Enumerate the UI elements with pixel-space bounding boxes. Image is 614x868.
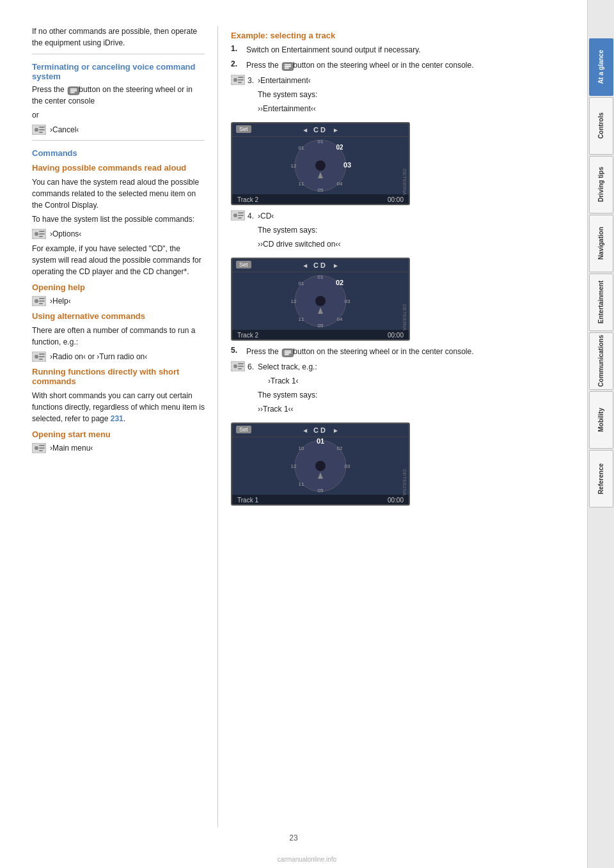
svg-rect-32: [285, 68, 289, 69]
svg-point-75: [315, 461, 326, 471]
step-6-row: 6. Select track, e.g.: ›Track 1‹ The sys…: [231, 361, 574, 417]
sidebar-tab-mobility[interactable]: Mobility: [589, 391, 613, 449]
cd2-disc: 01 02 03 04 05 11 12 01: [288, 272, 352, 330]
sidebar-tab-at-a-glance[interactable]: At a glance: [589, 38, 613, 96]
svg-point-50: [233, 213, 237, 217]
sidebar-tab-controls-label: Controls: [597, 112, 604, 139]
svg-text:11: 11: [299, 481, 304, 487]
page-number: 23: [0, 833, 587, 849]
step3-response: ››Entertainment‹‹: [258, 103, 317, 114]
svg-text:12: 12: [291, 463, 297, 469]
voice-icon-step4: [231, 210, 245, 221]
using-alt-heading: Using alternative commands: [32, 311, 205, 321]
sidebar-tab-reference[interactable]: Reference: [589, 450, 613, 508]
cd3-arrow-right: ►: [333, 427, 339, 434]
svg-point-55: [315, 296, 326, 306]
svg-text:05: 05: [318, 323, 324, 329]
svg-rect-18: [39, 303, 43, 304]
sidebar-tab-navigation[interactable]: Navigation: [589, 215, 613, 272]
sidebar-tab-driving-tips[interactable]: Driving tips: [589, 156, 613, 213]
opening-help-heading: Opening help: [32, 283, 205, 292]
svg-text:12: 12: [291, 298, 297, 304]
svg-rect-27: [39, 447, 45, 449]
cd2-track-label: Track 2: [237, 332, 258, 339]
step-2: 2. Press the button on the steering whee…: [231, 59, 574, 71]
cd3-title: CD: [313, 426, 327, 434]
svg-rect-11: [39, 231, 45, 232]
cd3-time: 00:00: [388, 497, 404, 504]
step4-response: ››CD drive switched on‹‹: [258, 238, 340, 250]
running-page-link[interactable]: 231: [111, 414, 123, 423]
svg-rect-51: [238, 212, 244, 213]
svg-rect-6: [39, 127, 45, 128]
terminating-body: Press the button on the steering wheel o…: [32, 84, 205, 107]
main-menu-command: ›Main menu‹: [32, 443, 205, 453]
svg-rect-12: [39, 233, 45, 235]
svg-rect-28: [39, 450, 43, 451]
step4-says: The system says:: [258, 224, 340, 236]
svg-point-25: [35, 446, 38, 450]
cd2-time: 00:00: [388, 332, 404, 339]
main-menu-text: ›Main menu‹: [50, 444, 93, 453]
svg-point-15: [35, 299, 38, 303]
svg-rect-16: [39, 298, 45, 299]
svg-rect-1: [70, 88, 77, 89]
options-text: ›Options‹: [50, 229, 81, 238]
cd1-time: 00:00: [388, 196, 404, 203]
running-heading: Running functions directly with short co…: [32, 367, 205, 386]
radio-text: ›Radio on‹ or ›Turn radio on‹: [50, 352, 147, 361]
cd3-track-label: Track 1: [237, 497, 258, 504]
svg-text:02: 02: [337, 446, 343, 451]
cd2-title: CD: [313, 261, 327, 269]
voice-icon-step3: [231, 75, 245, 85]
having-heading: Having possible commands read aloud: [32, 163, 205, 173]
svg-text:01: 01: [318, 274, 324, 280]
options-command: ›Options‹: [32, 229, 205, 239]
step6-num: 6.: [248, 361, 254, 373]
step4-num: 4.: [248, 210, 254, 222]
svg-text:05: 05: [318, 187, 324, 193]
step4-cmd: ›CD‹: [258, 210, 340, 222]
step5-text: Press the button on the steering wheel o…: [246, 346, 574, 357]
svg-text:01: 01: [299, 145, 304, 151]
cd1-title: CD: [313, 126, 327, 134]
step3-says: The system says:: [258, 89, 317, 100]
voice-icon-main-menu: [32, 443, 46, 453]
cd1-disc: 01 02 03 04 05 11 12 01: [288, 137, 352, 194]
svg-point-39: [315, 160, 326, 171]
sidebar-tab-entertainment[interactable]: Entertainment: [589, 274, 613, 331]
sidebar-tab-entertainment-label: Entertainment: [597, 281, 604, 323]
svg-rect-52: [238, 215, 244, 216]
sidebar: At a glance Controls Driving tips Naviga…: [587, 0, 614, 868]
watermark-2: DETE83NA: [402, 304, 407, 330]
step-1: 1. Switch on Entertainment sound output …: [231, 44, 574, 56]
having-example: For example, if you have selected "CD", …: [32, 243, 205, 277]
svg-rect-30: [285, 64, 292, 65]
svg-point-5: [35, 128, 38, 132]
svg-text:02: 02: [336, 279, 343, 286]
svg-rect-13: [39, 236, 43, 237]
step6-system-says: The system says:: [258, 389, 317, 401]
commands-heading: Commands: [32, 148, 205, 158]
opening-start-heading: Opening start menu: [32, 430, 205, 439]
cd2-arrow-left: ◄: [302, 262, 308, 269]
sidebar-tab-communications[interactable]: Communications: [589, 332, 613, 390]
svg-text:03: 03: [345, 463, 350, 469]
step1-text: Switch on Entertainment sound output if …: [246, 44, 574, 56]
sidebar-tab-controls[interactable]: Controls: [589, 97, 613, 155]
svg-rect-23: [39, 359, 43, 360]
step-4-row: 4. ›CD‹ The system says: ››CD drive swit…: [231, 210, 574, 252]
cd2-set-btn: Set: [236, 261, 251, 268]
svg-rect-2: [70, 90, 77, 91]
svg-text:02: 02: [336, 144, 343, 151]
cd3-arrow-left: ◄: [302, 427, 308, 434]
step6-response: ››Track 1‹‹: [258, 403, 317, 415]
svg-point-34: [233, 78, 237, 82]
svg-rect-73: [238, 368, 242, 369]
step3-cmd: ›Entertainment‹: [258, 75, 317, 86]
watermark-3: DETE81NA: [402, 469, 407, 495]
svg-text:11: 11: [299, 181, 304, 187]
step6-select: Select track, e.g.:: [258, 361, 317, 373]
sidebar-tab-driving-tips-label: Driving tips: [597, 167, 604, 202]
svg-rect-68: [285, 354, 289, 355]
